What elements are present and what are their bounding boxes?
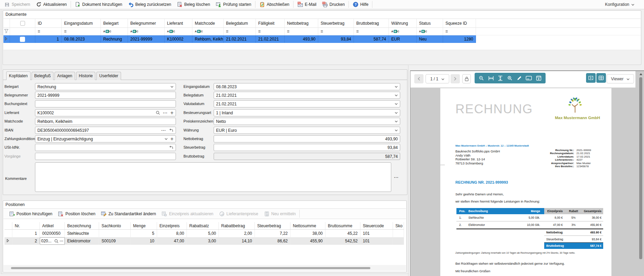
pencil-icon[interactable]	[517, 76, 522, 81]
filter-cell-matchcode[interactable]: ABC	[192, 28, 224, 35]
cell-steuerbetrag[interactable]: 7,22	[255, 230, 290, 237]
chevron-down-icon[interactable]	[395, 86, 398, 88]
field-valutadatum[interactable]: 21.02.2021	[214, 100, 400, 107]
filter-cell-belegdatum[interactable]: =	[224, 28, 256, 35]
cell-nettosumme[interactable]: 38,00	[290, 230, 325, 237]
column-header-bruttosumme[interactable]: Bruttosumme	[325, 222, 360, 229]
fit-width-icon[interactable]	[488, 76, 494, 81]
undo-icon[interactable]	[169, 146, 174, 150]
pos-button-1[interactable]: Position löschen	[55, 209, 98, 218]
grid-view-button[interactable]	[596, 73, 606, 83]
cell-belegart[interactable]: Rechnung	[101, 35, 128, 43]
filter-cell-waehrung[interactable]: ABC	[389, 28, 417, 35]
column-header-id[interactable]: ID	[35, 19, 62, 27]
cell-nr[interactable]: 2	[12, 237, 40, 245]
cell-steuerbetrag[interactable]: 86,62	[255, 237, 290, 245]
cell-sko[interactable]	[393, 230, 404, 237]
field-preiskennzeichen[interactable]: Netto	[214, 118, 400, 125]
column-header-marker[interactable]	[4, 222, 12, 229]
column-header-einzelpreis[interactable]: Einzelpreis	[157, 222, 187, 229]
pos-button-3[interactable]: $Einzelpreis aktualisieren	[159, 209, 216, 218]
cell-select[interactable]	[10, 35, 35, 43]
row-checkbox[interactable]	[20, 37, 25, 42]
cell-marker[interactable]	[4, 237, 12, 245]
filter-cell-faelligkeit[interactable]: =	[256, 28, 285, 35]
add-button[interactable]: +	[170, 136, 174, 142]
cell-bruttobetrag[interactable]: 587,74	[354, 35, 389, 43]
page-indicator-dropdown[interactable]: 1 / 1	[426, 74, 449, 83]
cell-lieferant[interactable]: K100002	[165, 35, 192, 43]
cell-steuerbetrag[interactable]: 93,84	[318, 35, 354, 43]
audit-button[interactable]: Prüfung starten	[213, 0, 254, 9]
field-lieferant[interactable]: K100002···+	[35, 109, 176, 116]
field-belegdatum[interactable]: 21.02.2021	[214, 92, 400, 99]
cell-belegnummer[interactable]: 2021-99999	[128, 35, 165, 43]
cell-bezeichnung[interactable]: Stehleuchte	[65, 230, 99, 237]
cell-marker[interactable]	[3, 35, 10, 43]
column-header-sachkonto[interactable]: Sachkonto	[99, 222, 131, 229]
cell-sachkonto[interactable]: S00109	[99, 237, 131, 245]
column-header-belegnummer[interactable]: Belegnummer	[128, 19, 165, 27]
filter-cell-lieferant[interactable]: ABC	[165, 28, 192, 35]
annotation-icon[interactable]	[526, 76, 532, 81]
cell-rabattbetrag[interactable]: 14,10	[219, 237, 255, 245]
field-vorg-nge[interactable]	[35, 153, 176, 160]
pos-button-5[interactable]: Neu ermitteln	[261, 209, 298, 218]
cell-rabattbetrag[interactable]: 2,00	[219, 230, 255, 237]
save-button[interactable]: Speichern	[1, 0, 33, 9]
column-header-eingangsdatum[interactable]: Eingangsdatum	[62, 19, 101, 27]
tab-historie[interactable]: Historie	[76, 72, 96, 80]
filter-cell-eingangsdatum[interactable]: =	[62, 28, 101, 35]
field-iban[interactable]: DE30500400000006945197···	[35, 127, 176, 134]
tab-belegfuß[interactable]: Belegfuß	[32, 72, 53, 80]
cell-waehrung[interactable]: EUR	[389, 35, 417, 43]
cell-bezeichnung[interactable]: Elektromotor	[65, 237, 99, 245]
field-belegnummer[interactable]: 2021-99999	[35, 92, 176, 99]
cell-matchcode[interactable]: Rehborn, Kelkh...	[192, 35, 224, 43]
column-header-menge[interactable]: Menge	[131, 222, 157, 229]
undo-icon[interactable]	[169, 128, 174, 133]
konfiguration-dropdown[interactable]: Konfiguration	[605, 2, 643, 7]
viewer-scrollbar[interactable]	[639, 72, 643, 276]
filter-cell-select[interactable]	[10, 28, 35, 35]
field-matchcode[interactable]: Rehborn, Kelkheim	[35, 118, 176, 125]
cell-menge[interactable]: 10	[131, 237, 157, 245]
field-nettobetrag[interactable]: 493,90	[214, 135, 400, 142]
doc-add-button[interactable]: Dokument hinzufügen	[72, 0, 125, 9]
cell-faelligkeit[interactable]: 21.02.2021	[256, 35, 285, 43]
cell-nettobetrag[interactable]: 493,90	[285, 35, 318, 43]
column-header-faelligkeit[interactable]: Fälligkeit	[256, 19, 285, 27]
cell-menge[interactable]: 5	[131, 230, 157, 237]
filter-cell-status[interactable]: ABC	[417, 28, 443, 35]
cell-squeeze_id[interactable]: 1280	[443, 35, 476, 43]
chevron-down-icon[interactable]	[395, 94, 398, 96]
field-w-hrung[interactable]: EUR | Euro	[214, 127, 400, 134]
table-row[interactable]: 100200050Stehleuchte58,005,002,007,2238,…	[4, 230, 404, 237]
column-header-bruttobetrag[interactable]: Bruttobetrag	[354, 19, 389, 27]
field-zahlungskondition[interactable]: Einzug | Einzugsermächtigung+	[35, 135, 176, 142]
pos-button-4[interactable]: $Lieferantenpreise	[216, 209, 261, 218]
previous-page-button[interactable]	[414, 74, 424, 83]
next-page-button[interactable]	[451, 74, 460, 83]
column-header-squeeze_id[interactable]: Squeeze ID	[443, 19, 476, 27]
cell-einzelpreis[interactable]: 47,00	[157, 237, 187, 245]
column-header-steuercode[interactable]: Steuercode	[360, 222, 393, 229]
column-header-lieferant[interactable]: Lieferant	[165, 19, 192, 27]
cell-id[interactable]: 1	[35, 35, 62, 43]
tab-kopfdaten[interactable]: Kopfdaten	[6, 71, 31, 80]
column-header-status[interactable]: Status	[417, 19, 443, 27]
cell-steuercode[interactable]: 101	[360, 237, 393, 245]
tab-userfelder[interactable]: Userfelder	[96, 72, 121, 80]
pos-button-0[interactable]: Position hinzufügen	[6, 209, 55, 218]
lock-button[interactable]	[462, 74, 471, 83]
cell-artikel[interactable]: 00200050	[40, 230, 65, 237]
cell-sko[interactable]	[393, 237, 404, 245]
export-icon[interactable]	[536, 76, 541, 81]
cell-marker[interactable]	[4, 230, 12, 237]
cell-rabattsatz[interactable]: 3,00	[187, 237, 219, 245]
filter-cell-id[interactable]: =	[35, 28, 62, 35]
chevron-down-icon[interactable]	[395, 129, 398, 131]
column-header-rabattsatz[interactable]: Rabattsatz	[187, 222, 219, 229]
split-view-button[interactable]	[586, 73, 596, 83]
filter-cell-bruttobetrag[interactable]: =	[354, 28, 389, 35]
